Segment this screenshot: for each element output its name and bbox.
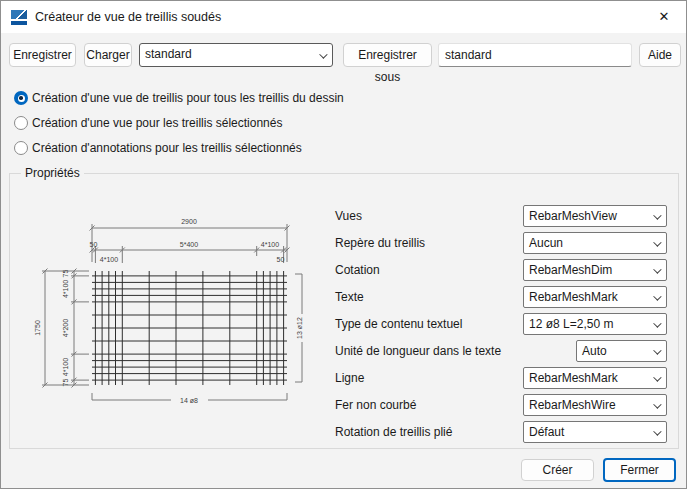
field-label: Unité de longueur dans le texte bbox=[335, 340, 501, 362]
combobox-value: RebarMeshView bbox=[529, 206, 617, 226]
form-row-text-content-type: Type de contenu textuel 12 ø8 L=2,50 m bbox=[10, 313, 678, 335]
properties-groupbox: Propriétés bbox=[9, 173, 679, 449]
chevron-down-icon bbox=[653, 346, 661, 354]
option-label: Création d'une vue pour les treillis sél… bbox=[32, 116, 282, 131]
combobox-value: RebarMeshMark bbox=[529, 368, 618, 388]
field-label: Texte bbox=[335, 286, 364, 308]
form-row-views: Vues RebarMeshView bbox=[10, 205, 678, 227]
close-dialog-button[interactable]: Fermer bbox=[603, 458, 676, 482]
load-button[interactable]: Charger bbox=[84, 43, 132, 67]
field-label: Type de contenu textuel bbox=[335, 313, 462, 335]
mesh-view-creator-dialog: Créateur de vue de treillis soudés ✕ Enr… bbox=[0, 0, 687, 489]
straight-wire-combobox[interactable]: RebarMeshWire bbox=[523, 394, 667, 416]
chevron-down-icon bbox=[653, 238, 661, 246]
radio-icon[interactable] bbox=[14, 116, 28, 130]
field-label: Vues bbox=[335, 205, 362, 227]
preset-combobox[interactable]: standard bbox=[139, 43, 333, 67]
chevron-down-icon bbox=[653, 400, 661, 408]
combobox-value: 12 ø8 L=2,50 m bbox=[529, 314, 613, 334]
form-row-bent-mesh-rotation: Rotation de treillis plié Défaut bbox=[10, 421, 678, 443]
close-button[interactable]: ✕ bbox=[648, 3, 680, 31]
save-as-button[interactable]: Enregistrer sous bbox=[343, 43, 432, 67]
combobox-value: RebarMeshMark bbox=[529, 287, 618, 307]
field-label: Fer non courbé bbox=[335, 394, 416, 416]
views-combobox[interactable]: RebarMeshView bbox=[523, 205, 667, 227]
radio-selected-icon[interactable] bbox=[14, 91, 28, 105]
option-label: Création d'une vue de treillis pour tous… bbox=[32, 91, 344, 106]
chevron-down-icon bbox=[653, 427, 661, 435]
title-bar: Créateur de vue de treillis soudés ✕ bbox=[1, 1, 686, 33]
bent-mesh-rotation-combobox[interactable]: Défaut bbox=[523, 421, 667, 443]
combobox-value: Auto bbox=[582, 341, 607, 361]
mesh-mark-combobox[interactable]: Aucun bbox=[523, 232, 667, 254]
window-title: Créateur de vue de treillis soudés bbox=[35, 1, 221, 33]
dimension-combobox[interactable]: RebarMeshDim bbox=[523, 259, 667, 281]
combobox-value: Aucun bbox=[529, 233, 563, 253]
preset-name-input[interactable] bbox=[438, 43, 632, 67]
form-row-line: Ligne RebarMeshMark bbox=[10, 367, 678, 389]
length-unit-combobox[interactable]: Auto bbox=[576, 340, 667, 362]
save-button[interactable]: Enregistrer bbox=[9, 43, 76, 67]
text-content-type-combobox[interactable]: 12 ø8 L=2,50 m bbox=[523, 313, 667, 335]
combobox-value: Défaut bbox=[529, 422, 564, 442]
combobox-value: RebarMeshDim bbox=[529, 260, 612, 280]
groupbox-legend: Propriétés bbox=[21, 166, 84, 180]
chevron-down-icon bbox=[319, 50, 327, 58]
form-row-straight-wire: Fer non courbé RebarMeshWire bbox=[10, 394, 678, 416]
chevron-down-icon bbox=[653, 265, 661, 273]
form-row-dimension: Cotation RebarMeshDim bbox=[10, 259, 678, 281]
form-row-mesh-mark: Repère du treillis Aucun bbox=[10, 232, 678, 254]
radio-icon[interactable] bbox=[14, 141, 28, 155]
chevron-down-icon bbox=[653, 292, 661, 300]
field-label: Ligne bbox=[335, 367, 364, 389]
close-icon: ✕ bbox=[659, 9, 670, 24]
app-icon bbox=[11, 10, 27, 25]
chevron-down-icon bbox=[653, 373, 661, 381]
create-button[interactable]: Créer bbox=[521, 459, 594, 481]
line-combobox[interactable]: RebarMeshMark bbox=[523, 367, 667, 389]
preset-value: standard bbox=[145, 44, 192, 64]
combobox-value: RebarMeshWire bbox=[529, 395, 616, 415]
field-label: Rotation de treillis plié bbox=[335, 421, 452, 443]
help-button[interactable]: Aide bbox=[639, 43, 681, 67]
text-combobox[interactable]: RebarMeshMark bbox=[523, 286, 667, 308]
chevron-down-icon bbox=[653, 211, 661, 219]
option-label: Création d'annotations pour les treillis… bbox=[32, 141, 302, 156]
chevron-down-icon bbox=[653, 319, 661, 327]
field-label: Repère du treillis bbox=[335, 232, 425, 254]
form-row-length-unit: Unité de longueur dans le texte Auto bbox=[10, 340, 678, 362]
form-row-text: Texte RebarMeshMark bbox=[10, 286, 678, 308]
field-label: Cotation bbox=[335, 259, 380, 281]
